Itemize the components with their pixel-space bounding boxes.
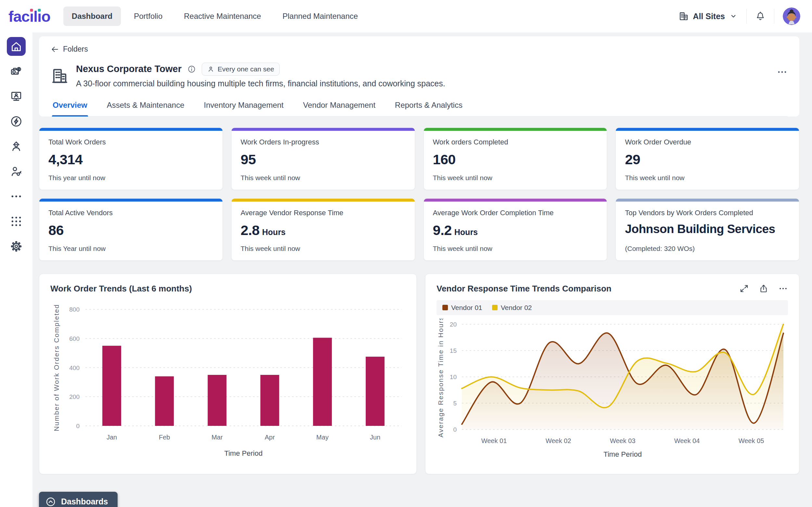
building-header-panel: Folders Nexus Corporate Tower Every one … (39, 36, 799, 117)
kpi-value: 4,314 (48, 152, 83, 167)
work-order-trends-bar-chart: 0200400600800JanFebMarAprMayJunNumber of… (50, 297, 405, 462)
site-selector[interactable]: All Sites (678, 11, 738, 21)
sidebar (0, 33, 33, 507)
line-chart-title: Vendor Response Time Trends Comparison (437, 284, 611, 294)
expand-chart-button[interactable] (739, 284, 749, 293)
chevron-down-icon (729, 12, 738, 21)
vendor-response-line-chart: 05101520Week 01Week 02Week 03Week 04Week… (437, 319, 788, 462)
tab-overview[interactable]: Overview (52, 97, 88, 116)
sidebar-item-home[interactable] (7, 37, 26, 56)
arrow-left-icon (51, 45, 59, 54)
svg-text:Feb: Feb (159, 434, 170, 441)
legend-item-vendor-01[interactable]: Vendor 01 (442, 304, 482, 312)
facilio-logo: facılıo (8, 7, 50, 25)
sidebar-item-worker[interactable] (7, 137, 26, 156)
apps-icon (10, 215, 23, 228)
svg-text:Mar: Mar (211, 434, 223, 441)
divider (774, 9, 774, 24)
notifications-button[interactable] (755, 11, 766, 21)
svg-text:Week 01: Week 01 (481, 437, 507, 444)
sidebar-item-kiosk[interactable] (7, 87, 26, 106)
sidebar-item-energy[interactable] (7, 112, 26, 131)
back-label: Folders (63, 45, 88, 54)
kpi-value: 95 (241, 152, 256, 167)
kpi-accent-bar (39, 128, 222, 131)
sidebar-item-more-h[interactable] (7, 187, 26, 206)
svg-text:Week 05: Week 05 (739, 437, 764, 444)
vendor-response-trends-card: Vendor Response Time Trends Comparison V… (425, 274, 799, 474)
page-title: Nexus Corporate Tower (76, 64, 182, 74)
title-block: Nexus Corporate Tower Every one can see … (51, 63, 788, 88)
kpi-card-total-active-vendors: Total Active Vendors86This Year until no… (39, 198, 223, 261)
kpi-title: Total Active Vendors (48, 209, 213, 217)
svg-text:Week 04: Week 04 (674, 437, 700, 444)
svg-text:5: 5 (453, 400, 457, 407)
svg-text:Average Response Time in Hours: Average Response Time in Hours (437, 319, 444, 438)
export-chart-button[interactable] (759, 284, 768, 293)
svg-text:0: 0 (76, 422, 80, 430)
more-h-icon (776, 66, 788, 77)
main-content: Folders Nexus Corporate Tower Every one … (33, 33, 812, 507)
back-to-folders-link[interactable]: Folders (51, 45, 88, 54)
export-icon (759, 284, 768, 293)
svg-text:May: May (316, 434, 329, 441)
visibility-badge: Every one can see (202, 63, 280, 76)
kpi-value: Johnson Building Services (625, 222, 775, 236)
kpi-card-work-order-overdue: Work Order Overdue29This week until now (615, 127, 799, 190)
kpi-caption: (Completed: 320 WOs) (625, 245, 790, 252)
svg-text:15: 15 (450, 347, 457, 354)
sidebar-item-settings[interactable] (7, 237, 26, 256)
more-h-icon (10, 190, 23, 203)
legend-swatch (492, 305, 498, 310)
kpi-card-top-vendors-by-work-orders-completed: Top Vendors by Work Orders CompletedJohn… (615, 198, 799, 261)
kpi-caption: This week until now (433, 174, 598, 182)
kpi-accent-bar (424, 128, 607, 131)
visibility-badge-label: Every one can see (218, 65, 274, 73)
kpi-unit: Hours (262, 228, 286, 237)
chart-more-button[interactable] (778, 284, 788, 293)
building-icon (678, 11, 689, 21)
kpi-accent-bar (232, 128, 415, 131)
sidebar-item-technician[interactable] (7, 162, 26, 181)
sidebar-item-apps[interactable] (7, 212, 26, 231)
kpi-title: Total Work Orders (48, 138, 213, 147)
chevron-up-circle-icon (46, 497, 56, 507)
dashboards-button[interactable]: Dashboards (39, 492, 117, 507)
legend-item-vendor-02[interactable]: Vendor 02 (492, 304, 532, 312)
kpi-value: 86 (48, 222, 64, 238)
tab-reports-analytics[interactable]: Reports & Analytics (394, 97, 463, 116)
header-more-button[interactable] (776, 66, 788, 77)
home-icon (10, 40, 23, 53)
svg-text:Time Period: Time Period (604, 450, 642, 458)
kpi-caption: This week until now (433, 245, 598, 252)
kpi-title: Work Order Overdue (625, 138, 790, 147)
building-large-icon (51, 64, 69, 88)
chart-legend: Vendor 01Vendor 02 (437, 300, 788, 315)
charts-row: Work Order Trends (Last 6 months) 020040… (39, 274, 799, 474)
bell-icon (755, 11, 766, 21)
kpi-cards-grid: Total Work Orders4,314This year until no… (39, 127, 799, 261)
kpi-value: 2.8 (241, 222, 259, 238)
legend-swatch (442, 305, 448, 310)
user-avatar[interactable] (783, 7, 800, 25)
tab-vendor-management[interactable]: Vendor Management (302, 97, 376, 116)
svg-text:Apr: Apr (265, 434, 275, 441)
building-tabs: OverviewAssets & MaintenanceInventory Ma… (51, 97, 788, 117)
info-icon[interactable] (188, 65, 196, 73)
svg-text:0: 0 (453, 426, 457, 433)
nav-item-portfolio[interactable]: Portfolio (125, 6, 171, 26)
kpi-unit: Hours (454, 228, 478, 237)
nav-item-dashboard[interactable]: Dashboard (63, 6, 121, 26)
svg-text:Number of Work Orders Complete: Number of Work Orders Completed (53, 304, 60, 431)
kpi-value: 9.2 (433, 222, 452, 238)
nav-item-reactive-maintenance[interactable]: Reactive Maintenance (175, 6, 269, 26)
svg-text:10: 10 (450, 374, 457, 380)
sidebar-item-asset[interactable] (7, 62, 26, 81)
kpi-value: 160 (433, 152, 456, 167)
tab-inventory-management[interactable]: Inventory Management (203, 97, 284, 116)
kpi-caption: This year until now (48, 174, 213, 182)
legend-label: Vendor 02 (501, 304, 532, 312)
nav-item-planned-maintenance[interactable]: Planned Maintenance (274, 6, 366, 26)
tab-assets-maintenance[interactable]: Assets & Maintenance (106, 97, 185, 116)
svg-text:Jan: Jan (107, 434, 117, 441)
